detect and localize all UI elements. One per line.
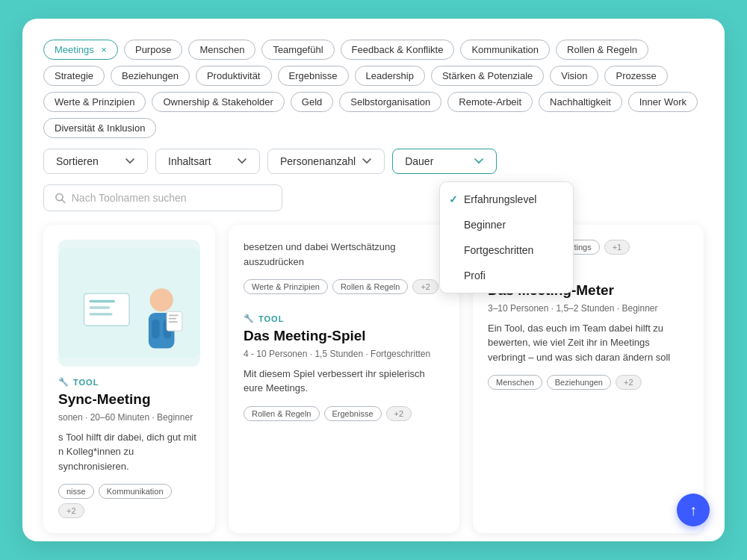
card-top-partial: besetzen und dabei Wertschätzung auszudr… xyxy=(244,240,444,294)
svg-rect-4 xyxy=(89,300,115,302)
tag-strategie[interactable]: Strategie xyxy=(43,66,105,86)
tag-prozesse[interactable]: Prozesse xyxy=(604,66,667,86)
search-icon xyxy=(55,192,66,204)
tag-ownership---stakeholder[interactable]: Ownership & Stakeholder xyxy=(152,92,284,112)
tag-rollen---regeln[interactable]: Rollen & Regeln xyxy=(556,40,648,60)
inhaltsart-filter[interactable]: Inhaltsart xyxy=(155,149,260,174)
illustration-svg xyxy=(58,240,200,367)
dropdown-item-profi[interactable]: Profi xyxy=(440,263,573,288)
svg-rect-9 xyxy=(152,320,159,339)
card-tag: Beziehungen xyxy=(547,375,611,390)
dropdown-item-erfahrungslevel[interactable]: Erfahrungslevel xyxy=(440,187,573,212)
card-tag: +2 xyxy=(616,375,642,390)
search-input[interactable] xyxy=(72,192,271,204)
dauer-filter[interactable]: Dauer xyxy=(392,149,497,174)
chevron-down-icon xyxy=(474,156,484,167)
card-tag: nisse xyxy=(58,484,94,499)
card-tag: +2 xyxy=(412,279,438,294)
sortieren-label: Sortieren xyxy=(56,155,99,167)
search-row xyxy=(43,184,704,211)
tag-leadership[interactable]: Leadership xyxy=(355,66,425,86)
main-card: Meetings ×PurposeMenschenTeamgefühlFeedb… xyxy=(22,19,725,541)
personenanzahl-filter[interactable]: Personenanzahl xyxy=(267,149,385,174)
card-tag: Rollen & Regeln xyxy=(332,279,409,294)
tag-selbstorganisation[interactable]: Selbstorganisation xyxy=(339,92,441,112)
tag-inner-work[interactable]: Inner Work xyxy=(628,92,698,112)
svg-point-7 xyxy=(150,288,173,311)
svg-rect-13 xyxy=(169,318,176,320)
card-meta: 3–10 Personen · 1,5–2 Stunden · Beginner xyxy=(488,303,689,314)
card-desc: Mit diesem Spiel verbessert ihr spieleri… xyxy=(244,367,444,396)
card-tag: Kommunikation xyxy=(99,484,172,499)
tag-vision[interactable]: Vision xyxy=(550,66,598,86)
cards-area: 🔧 TOOL Sync-Meeting sonen · 20–60 Minute… xyxy=(43,225,704,533)
svg-rect-3 xyxy=(84,293,129,326)
wrench-icon: 🔧 xyxy=(244,314,255,323)
tag-geld[interactable]: Geld xyxy=(291,92,333,112)
card-tool-badge: 🔧 TOOL xyxy=(244,314,444,323)
svg-rect-14 xyxy=(169,321,178,323)
card-meta: 4 - 10 Personen · 1,5 Stunden · Fortgesc… xyxy=(244,349,444,359)
card-tag: +1 xyxy=(604,240,630,255)
card-tag: Werte & Prinzipien xyxy=(244,279,328,294)
sortieren-filter[interactable]: Sortieren xyxy=(43,149,148,174)
filter-bar: Sortieren Inhaltsart Personenanzahl Daue… xyxy=(43,149,704,174)
tags-area: Meetings ×PurposeMenschenTeamgefühlFeedb… xyxy=(43,40,704,138)
top-tags: Werte & PrinzipienRollen & Regeln+2 xyxy=(244,279,444,294)
inhaltsart-label: Inhaltsart xyxy=(168,155,211,167)
card-desc: s Tool hilft dir dabei, dich gut mit n K… xyxy=(58,430,200,474)
erfahrungslevel-dropdown: ErfahrungslevelBeginnerFortgeschrittenPr… xyxy=(439,181,574,293)
top-desc: besetzen und dabei Wertschätzung auszudr… xyxy=(244,240,444,269)
tag-produktivit-t[interactable]: Produktivität xyxy=(196,66,272,86)
svg-rect-5 xyxy=(89,306,110,308)
card-tag: Rollen & Regeln xyxy=(244,406,320,421)
svg-line-1 xyxy=(62,200,65,203)
tag-kommunikation[interactable]: Kommunikation xyxy=(460,40,550,60)
svg-rect-12 xyxy=(169,315,179,317)
tag-teamgef-hl[interactable]: Teamgefühl xyxy=(261,40,334,60)
scroll-top-button[interactable]: ↑ xyxy=(677,494,710,526)
tag-meetings[interactable]: Meetings × xyxy=(43,40,118,60)
card-desc: Ein Tool, das euch im Team dabei hilft z… xyxy=(488,321,689,365)
card-tag: Menschen xyxy=(488,375,542,390)
card-tags: nisseKommunikation+2 xyxy=(58,484,200,518)
card-meta: sonen · 20–60 Minuten · Beginner xyxy=(58,412,200,423)
card-tags: MenschenBeziehungen+2 xyxy=(488,375,689,390)
tag-werte---prinzipien[interactable]: Werte & Prinzipien xyxy=(43,92,146,112)
dauer-label: Dauer xyxy=(405,155,433,167)
card-tag: +2 xyxy=(386,406,412,421)
tag-purpose[interactable]: Purpose xyxy=(124,40,182,60)
card-title: Sync-Meeting xyxy=(58,391,200,408)
tag-beziehungen[interactable]: Beziehungen xyxy=(111,66,190,86)
dropdown-item-fortgeschritten[interactable]: Fortgeschritten xyxy=(440,237,573,263)
chevron-down-icon xyxy=(237,156,247,167)
card-title: Das Meeting-Spiel xyxy=(244,328,444,345)
card-sync-meeting: 🔧 TOOL Sync-Meeting sonen · 20–60 Minute… xyxy=(43,225,215,533)
tag-ergebnisse[interactable]: Ergebnisse xyxy=(278,66,349,86)
tag-remote-arbeit[interactable]: Remote-Arbeit xyxy=(447,92,533,112)
dropdown-item-beginner[interactable]: Beginner xyxy=(440,212,573,237)
tag-menschen[interactable]: Menschen xyxy=(188,40,255,60)
tag-feedback---konflikte[interactable]: Feedback & Konflikte xyxy=(341,40,455,60)
card-meeting-spiel: besetzen und dabei Wertschätzung auszudr… xyxy=(229,225,459,533)
card-tool-badge: 🔧 TOOL xyxy=(58,377,200,387)
tag-remove-icon: × xyxy=(99,44,107,55)
wrench-icon: 🔧 xyxy=(58,377,69,387)
tag-st-rken---potenziale[interactable]: Stärken & Potenziale xyxy=(431,66,544,86)
tag-diversit-t---inklusion[interactable]: Diversität & Inklusion xyxy=(43,118,156,138)
card-tags: Rollen & RegelnErgebnisse+2 xyxy=(244,406,444,421)
card-tag: Ergebnisse xyxy=(324,406,382,421)
personenanzahl-label: Personenanzahl xyxy=(280,155,356,167)
card-illustration xyxy=(58,240,200,367)
chevron-down-icon xyxy=(125,156,135,167)
card-tag: +2 xyxy=(58,503,84,518)
chevron-down-icon xyxy=(362,156,372,167)
search-wrap xyxy=(43,184,282,211)
tag-nachhaltigkeit[interactable]: Nachhaltigkeit xyxy=(539,92,622,112)
svg-rect-6 xyxy=(89,313,112,315)
